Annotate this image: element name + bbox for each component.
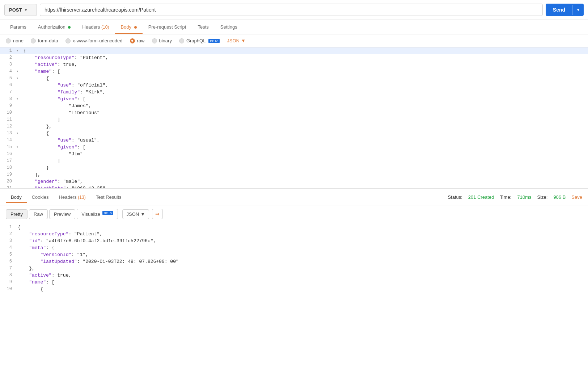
line-number: 1 <box>0 47 16 54</box>
code-line-6: 6 "use": "official", <box>0 82 588 89</box>
line-collapse-arrow[interactable]: ▾ <box>16 47 22 54</box>
format-preview-btn[interactable]: Preview <box>49 209 75 219</box>
line-number: 17 <box>0 158 16 164</box>
line-content: "James", <box>22 102 588 109</box>
send-dropdown-icon[interactable]: ▼ <box>572 5 584 15</box>
line-number: 7 <box>0 89 16 96</box>
raw-radio[interactable] <box>130 38 135 43</box>
line-collapse-arrow[interactable]: ▾ <box>16 144 22 151</box>
status-value: 201 Created <box>468 194 494 200</box>
line-content: { <box>22 75 588 82</box>
body-type-none[interactable]: none <box>6 38 24 43</box>
line-content: "use": "official", <box>22 82 588 89</box>
code-line-5: 5 "versionId": "1", <box>0 251 588 258</box>
tab-headers[interactable]: Headers (10) <box>76 20 115 34</box>
code-line-6: 6 "lastUpdated": "2020-01-03T22: 49: 07.… <box>0 258 588 265</box>
tab-settings-label: Settings <box>220 24 237 30</box>
response-json-label: JSON <box>126 211 139 217</box>
line-content: { <box>22 130 588 137</box>
binary-label: binary <box>159 38 172 43</box>
code-line-4: 4▾ "name": [ <box>0 68 588 75</box>
json-format-dropdown[interactable]: JSON ▼ <box>227 38 246 43</box>
code-line-7: 7 }, <box>0 265 588 272</box>
tab-body[interactable]: Body <box>115 20 142 34</box>
response-status-bar: Body Cookies Headers (13) Test Results S… <box>0 189 588 206</box>
response-json-chevron: ▼ <box>140 211 145 217</box>
form-data-label: form-data <box>38 38 58 43</box>
line-content: }, <box>16 265 588 272</box>
format-pretty-btn[interactable]: Pretty <box>6 209 28 219</box>
code-line-3: 3 "active": true, <box>0 61 588 68</box>
code-line-7: 7 "family": "Kirk", <box>0 89 588 96</box>
code-line-2: 2 "resourceType": "Patient", <box>0 231 588 238</box>
none-radio[interactable] <box>6 38 11 43</box>
resp-headers-badge: (13) <box>78 195 85 200</box>
code-line-13: 13▾ { <box>0 130 588 137</box>
size-label: Size: <box>537 194 547 200</box>
line-number: 5 <box>0 251 16 258</box>
resp-tab-body-label: Body <box>11 194 22 200</box>
line-content: } <box>22 164 588 171</box>
body-type-graphql[interactable]: GraphQL BETA <box>179 38 220 43</box>
request-editor[interactable]: 1▾{2 "resourceType": "Patient",3 "active… <box>0 47 588 189</box>
format-raw-btn[interactable]: Raw <box>29 209 48 219</box>
send-button[interactable]: Send ▼ <box>546 4 584 16</box>
response-format-select[interactable]: JSON ▼ <box>122 209 149 219</box>
graphql-radio[interactable] <box>179 38 184 43</box>
body-type-form-data[interactable]: form-data <box>31 38 58 43</box>
tab-settings[interactable]: Settings <box>215 20 243 34</box>
graphql-beta-badge: BETA <box>208 39 220 43</box>
code-line-21: 21 "birthDate": "1960-12-25" <box>0 185 588 189</box>
code-line-12: 12 }, <box>0 123 588 130</box>
binary-radio[interactable] <box>152 38 157 43</box>
code-line-9: 9 "name": [ <box>0 279 588 286</box>
save-button[interactable]: Save <box>571 194 582 200</box>
code-line-5: 5▾ { <box>0 75 588 82</box>
code-line-10: 10 { <box>0 286 588 293</box>
tab-prerequest-label: Pre-request Script <box>148 24 186 30</box>
line-content: "Jim" <box>22 151 588 158</box>
resp-tab-cookies[interactable]: Cookies <box>27 192 54 203</box>
url-input[interactable] <box>40 4 543 16</box>
form-data-radio[interactable] <box>31 38 36 43</box>
line-number: 21 <box>0 185 16 189</box>
line-number: 6 <box>0 82 16 89</box>
line-collapse-arrow[interactable]: ▾ <box>16 68 22 75</box>
line-collapse-arrow[interactable]: ▾ <box>16 96 22 102</box>
tab-body-label: Body <box>120 24 131 30</box>
line-number: 4 <box>0 244 16 251</box>
time-label: Time: <box>500 194 511 200</box>
graphql-label: GraphQL <box>186 38 206 43</box>
line-number: 18 <box>0 164 16 171</box>
resp-tab-body[interactable]: Body <box>6 192 27 203</box>
code-line-4: 4 "meta": { <box>0 244 588 251</box>
body-type-binary[interactable]: binary <box>152 38 172 43</box>
wrap-button[interactable]: ⇒ <box>152 209 163 219</box>
line-content: ], <box>22 171 588 178</box>
line-number: 12 <box>0 123 16 130</box>
line-content: { <box>16 224 588 231</box>
body-type-raw[interactable]: raw <box>130 38 145 43</box>
line-number: 15 <box>0 144 16 151</box>
line-number: 3 <box>0 61 16 68</box>
body-type-urlencoded[interactable]: x-www-form-urlencoded <box>65 38 123 43</box>
resp-tab-headers[interactable]: Headers (13) <box>54 192 91 203</box>
authorization-dot <box>68 26 71 29</box>
tab-prerequest[interactable]: Pre-request Script <box>143 20 192 34</box>
tab-params[interactable]: Params <box>4 20 32 34</box>
urlencoded-radio[interactable] <box>65 38 71 43</box>
code-line-19: 19 ], <box>0 171 588 178</box>
tab-authorization[interactable]: Authorization <box>32 20 77 34</box>
line-number: 16 <box>0 151 16 158</box>
line-content: }, <box>22 123 588 130</box>
method-select[interactable]: POST ▼ <box>4 4 37 16</box>
resp-tab-testresults[interactable]: Test Results <box>91 192 127 203</box>
line-collapse-arrow[interactable]: ▾ <box>16 75 22 82</box>
line-collapse-arrow[interactable]: ▾ <box>16 130 22 137</box>
url-bar: POST ▼ Send ▼ <box>0 0 588 20</box>
tab-tests[interactable]: Tests <box>192 20 214 34</box>
size-value: 906 B <box>553 194 566 200</box>
line-number: 8 <box>0 96 16 102</box>
line-number: 19 <box>0 171 16 178</box>
format-visualize-btn[interactable]: Visualize BETA <box>77 209 118 219</box>
